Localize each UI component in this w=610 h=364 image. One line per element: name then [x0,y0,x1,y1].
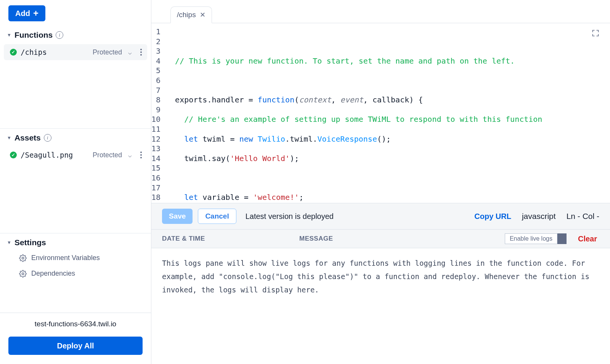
sidebar-footer: test-functions-6634.twil.io Deploy All [0,313,151,364]
more-menu-icon[interactable] [138,49,144,56]
deploy-status: Latest version is deployed [246,212,469,221]
settings-item-label: Dependencies [31,270,75,278]
logs-pane: This logs pane will show live logs for a… [151,248,610,364]
ln-col-indicator: Ln - Col - [567,212,599,221]
section-functions: ▼ Functions i ✓ /chips Protected ⌵ [0,26,151,129]
section-assets: ▼ Assets i ✓ /Seagull.png Protected ⌵ [0,129,151,233]
gear-icon [19,270,27,278]
visibility-dropdown[interactable]: ⌵ [126,152,134,159]
section-title: Functions [14,30,53,40]
asset-name: /Seagull.png [21,151,89,159]
asset-item-seagull[interactable]: ✓ /Seagull.png Protected ⌵ [4,147,147,163]
app-root: Add + ▼ Functions i ✓ /chips Protected ⌵… [0,0,610,364]
tab-chips[interactable]: /chips ✕ [170,6,212,23]
deploy-all-button[interactable]: Deploy All [8,337,143,355]
language-label: javascript [522,212,556,221]
info-icon[interactable]: i [56,31,63,39]
more-menu-icon[interactable] [138,152,144,158]
status-deployed-icon: ✓ [10,49,17,56]
sidebar: Add + ▼ Functions i ✓ /chips Protected ⌵… [0,0,151,364]
save-button[interactable]: Save [162,209,193,224]
sidebar-top: Add + [0,0,151,26]
tab-label: /chips [177,11,196,19]
chevron-down-icon: ▼ [7,135,11,140]
function-name: /chips [21,48,89,56]
main: /chips ✕ 1 2 3 4 5 6 7 8 9 10 11 12 13 1… [151,0,610,364]
section-title: Settings [14,238,46,247]
section-settings: ▼ Settings Environment Variables Depende… [0,233,151,313]
visibility-label: Protected [93,48,122,56]
info-icon[interactable]: i [44,134,51,142]
section-header-settings[interactable]: ▼ Settings [0,235,151,250]
code-content[interactable]: // This is your new function. To start, … [164,23,610,203]
svg-point-1 [22,273,24,275]
section-title: Assets [14,133,41,142]
visibility-label: Protected [93,151,122,159]
status-deployed-icon: ✓ [10,152,17,158]
cancel-button[interactable]: Cancel [198,209,236,224]
copy-url-link[interactable]: Copy URL [474,212,511,221]
chevron-down-icon: ▼ [7,240,11,245]
logs-col-message: MESSAGE [299,235,505,243]
service-url: test-functions-6634.twil.io [8,320,143,328]
tabbar: /chips ✕ [151,0,610,23]
add-button-label: Add [15,9,30,18]
plus-icon: + [33,9,39,18]
section-header-assets[interactable]: ▼ Assets i [0,130,151,145]
chevron-down-icon: ▼ [7,32,11,38]
gear-icon [19,254,27,262]
line-gutter: 1 2 3 4 5 6 7 8 9 10 11 12 13 14 15 16 1… [151,23,164,203]
visibility-dropdown[interactable]: ⌵ [126,49,134,56]
close-icon[interactable]: ✕ [200,11,205,19]
statusbar: Save Cancel Latest version is deployed C… [151,203,610,229]
add-button[interactable]: Add + [8,5,45,21]
logs-col-date: DATE & TIME [162,235,299,243]
enable-live-logs-toggle[interactable]: Enable live logs [505,233,567,244]
code-editor[interactable]: 1 2 3 4 5 6 7 8 9 10 11 12 13 14 15 16 1… [151,23,610,203]
logs-placeholder: This logs pane will show live logs for a… [162,259,589,294]
settings-dependencies[interactable]: Dependencies [0,266,151,281]
function-item-chips[interactable]: ✓ /chips Protected ⌵ [4,44,147,60]
toggle-switch-icon [557,233,567,244]
toggle-label: Enable live logs [505,233,557,244]
section-header-functions[interactable]: ▼ Functions i [0,27,151,43]
logs-header: DATE & TIME MESSAGE Enable live logs Cle… [151,229,610,248]
settings-env-vars[interactable]: Environment Variables [0,250,151,266]
expand-icon[interactable] [592,29,599,40]
clear-logs-button[interactable]: Clear [576,234,599,244]
settings-item-label: Environment Variables [31,254,100,262]
svg-point-0 [22,257,24,259]
